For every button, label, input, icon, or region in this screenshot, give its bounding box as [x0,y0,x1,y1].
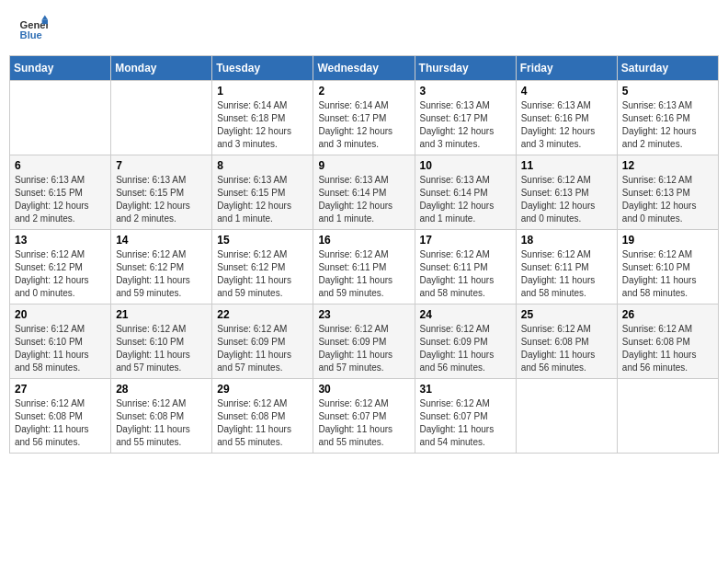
calendar-cell: 7Sunrise: 6:13 AM Sunset: 6:15 PM Daylig… [111,155,212,230]
day-info: Sunrise: 6:12 AM Sunset: 6:08 PM Dayligh… [622,323,713,374]
day-of-week-header: Sunday [10,56,111,81]
day-number: 4 [521,85,612,98]
day-of-week-header: Tuesday [212,56,313,81]
calendar-cell: 19Sunrise: 6:12 AM Sunset: 6:10 PM Dayli… [617,230,718,304]
calendar-cell: 15Sunrise: 6:12 AM Sunset: 6:12 PM Dayli… [212,230,313,304]
calendar-cell: 25Sunrise: 6:12 AM Sunset: 6:08 PM Dayli… [516,304,617,379]
day-info: Sunrise: 6:13 AM Sunset: 6:14 PM Dayligh… [318,174,409,225]
day-info: Sunrise: 6:13 AM Sunset: 6:16 PM Dayligh… [521,99,612,151]
day-number: 14 [116,234,207,247]
day-number: 25 [521,308,612,321]
day-number: 13 [15,234,106,247]
day-info: Sunrise: 6:12 AM Sunset: 6:08 PM Dayligh… [217,397,308,449]
day-number: 8 [217,159,308,172]
day-of-week-header: Thursday [415,56,516,81]
day-number: 18 [521,234,612,247]
day-info: Sunrise: 6:12 AM Sunset: 6:11 PM Dayligh… [318,248,409,300]
day-number: 9 [318,159,409,172]
calendar-cell [10,81,111,155]
calendar-cell: 21Sunrise: 6:12 AM Sunset: 6:10 PM Dayli… [111,304,212,379]
day-info: Sunrise: 6:14 AM Sunset: 6:17 PM Dayligh… [318,99,409,151]
day-info: Sunrise: 6:13 AM Sunset: 6:15 PM Dayligh… [15,174,106,225]
calendar-cell: 24Sunrise: 6:12 AM Sunset: 6:09 PM Dayli… [415,304,516,379]
day-info: Sunrise: 6:13 AM Sunset: 6:17 PM Dayligh… [420,99,511,151]
day-info: Sunrise: 6:12 AM Sunset: 6:08 PM Dayligh… [116,397,207,449]
day-number: 21 [116,308,207,321]
svg-text:Blue: Blue [20,29,42,40]
svg-marker-2 [42,16,48,20]
day-number: 7 [116,159,207,172]
day-info: Sunrise: 6:12 AM Sunset: 6:11 PM Dayligh… [420,248,511,300]
day-number: 28 [116,383,207,396]
day-info: Sunrise: 6:13 AM Sunset: 6:15 PM Dayligh… [217,174,308,225]
calendar-table: SundayMondayTuesdayWednesdayThursdayFrid… [9,55,719,454]
logo: General Blue [18,14,51,43]
calendar-cell: 27Sunrise: 6:12 AM Sunset: 6:08 PM Dayli… [10,379,111,454]
calendar-cell: 11Sunrise: 6:12 AM Sunset: 6:13 PM Dayli… [516,155,617,230]
day-number: 11 [521,159,612,172]
day-info: Sunrise: 6:12 AM Sunset: 6:08 PM Dayligh… [521,323,612,374]
day-of-week-header: Friday [516,56,617,81]
calendar-cell: 22Sunrise: 6:12 AM Sunset: 6:09 PM Dayli… [212,304,313,379]
calendar-cell: 5Sunrise: 6:13 AM Sunset: 6:16 PM Daylig… [617,81,718,155]
day-info: Sunrise: 6:12 AM Sunset: 6:13 PM Dayligh… [521,174,612,225]
calendar-cell: 12Sunrise: 6:12 AM Sunset: 6:13 PM Dayli… [617,155,718,230]
calendar-cell: 20Sunrise: 6:12 AM Sunset: 6:10 PM Dayli… [10,304,111,379]
calendar-cell: 23Sunrise: 6:12 AM Sunset: 6:09 PM Dayli… [313,304,415,379]
day-info: Sunrise: 6:13 AM Sunset: 6:14 PM Dayligh… [420,174,511,225]
svg-marker-3 [42,19,48,24]
calendar-cell: 30Sunrise: 6:12 AM Sunset: 6:07 PM Dayli… [313,379,415,454]
day-info: Sunrise: 6:12 AM Sunset: 6:12 PM Dayligh… [217,248,308,300]
day-number: 1 [217,85,308,98]
day-info: Sunrise: 6:12 AM Sunset: 6:10 PM Dayligh… [15,323,106,374]
day-number: 2 [318,85,409,98]
day-number: 17 [420,234,511,247]
day-info: Sunrise: 6:12 AM Sunset: 6:08 PM Dayligh… [15,397,106,449]
calendar-cell [617,379,718,454]
calendar-cell [516,379,617,454]
day-info: Sunrise: 6:13 AM Sunset: 6:15 PM Dayligh… [116,174,207,225]
day-of-week-header: Wednesday [313,56,415,81]
calendar-cell: 8Sunrise: 6:13 AM Sunset: 6:15 PM Daylig… [212,155,313,230]
calendar-cell: 2Sunrise: 6:14 AM Sunset: 6:17 PM Daylig… [313,81,415,155]
logo-icon: General Blue [18,14,48,43]
calendar-cell: 18Sunrise: 6:12 AM Sunset: 6:11 PM Dayli… [516,230,617,304]
day-number: 31 [420,383,511,396]
calendar-cell: 14Sunrise: 6:12 AM Sunset: 6:12 PM Dayli… [111,230,212,304]
day-info: Sunrise: 6:12 AM Sunset: 6:10 PM Dayligh… [116,323,207,374]
calendar-cell: 16Sunrise: 6:12 AM Sunset: 6:11 PM Dayli… [313,230,415,304]
day-info: Sunrise: 6:12 AM Sunset: 6:07 PM Dayligh… [420,397,511,449]
calendar-cell: 29Sunrise: 6:12 AM Sunset: 6:08 PM Dayli… [212,379,313,454]
calendar-cell [111,81,212,155]
day-number: 6 [15,159,106,172]
day-number: 24 [420,308,511,321]
day-number: 15 [217,234,308,247]
calendar-cell: 31Sunrise: 6:12 AM Sunset: 6:07 PM Dayli… [415,379,516,454]
calendar-cell: 13Sunrise: 6:12 AM Sunset: 6:12 PM Dayli… [10,230,111,304]
day-number: 23 [318,308,409,321]
day-info: Sunrise: 6:12 AM Sunset: 6:11 PM Dayligh… [521,248,612,300]
day-number: 12 [622,159,713,172]
day-info: Sunrise: 6:12 AM Sunset: 6:13 PM Dayligh… [622,174,713,225]
day-of-week-header: Saturday [617,56,718,81]
day-number: 26 [622,308,713,321]
day-info: Sunrise: 6:12 AM Sunset: 6:12 PM Dayligh… [116,248,207,300]
day-number: 10 [420,159,511,172]
day-number: 19 [622,234,713,247]
day-number: 5 [622,85,713,98]
day-number: 29 [217,383,308,396]
calendar-cell: 6Sunrise: 6:13 AM Sunset: 6:15 PM Daylig… [10,155,111,230]
day-of-week-header: Monday [111,56,212,81]
calendar-cell: 3Sunrise: 6:13 AM Sunset: 6:17 PM Daylig… [415,81,516,155]
day-info: Sunrise: 6:14 AM Sunset: 6:18 PM Dayligh… [217,99,308,151]
calendar-cell: 28Sunrise: 6:12 AM Sunset: 6:08 PM Dayli… [111,379,212,454]
calendar-cell: 1Sunrise: 6:14 AM Sunset: 6:18 PM Daylig… [212,81,313,155]
calendar-cell: 4Sunrise: 6:13 AM Sunset: 6:16 PM Daylig… [516,81,617,155]
day-info: Sunrise: 6:12 AM Sunset: 6:10 PM Dayligh… [622,248,713,300]
day-info: Sunrise: 6:12 AM Sunset: 6:09 PM Dayligh… [217,323,308,374]
day-info: Sunrise: 6:12 AM Sunset: 6:09 PM Dayligh… [420,323,511,374]
day-number: 3 [420,85,511,98]
calendar-cell: 10Sunrise: 6:13 AM Sunset: 6:14 PM Dayli… [415,155,516,230]
day-info: Sunrise: 6:12 AM Sunset: 6:09 PM Dayligh… [318,323,409,374]
calendar-cell: 9Sunrise: 6:13 AM Sunset: 6:14 PM Daylig… [313,155,415,230]
